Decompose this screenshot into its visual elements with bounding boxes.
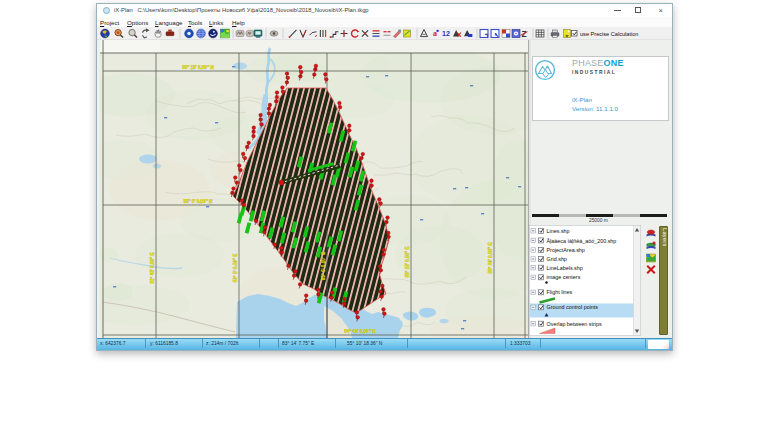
svg-text:83° 0' 0.00" E: 83° 0' 0.00" E	[321, 252, 326, 281]
svg-text:82° 45' 0.00" E: 82° 45' 0.00" E	[150, 252, 155, 283]
svg-text:12: 12	[442, 30, 450, 37]
svg-text:Āļaāeca īāļňēá_aōό_200.shp: Āļaāeca īāļňēá_aōό_200.shp	[547, 238, 617, 244]
svg-text:Flight lines: Flight lines	[547, 289, 573, 295]
svg-text:Overlap between strips: Overlap between strips	[547, 321, 602, 327]
svg-text:83° 15' 0.00" E: 83° 15' 0.00" E	[405, 246, 410, 277]
svg-text:image centers: image centers	[547, 274, 581, 280]
svg-text:use Precise Calculation: use Precise Calculation	[580, 31, 638, 37]
svg-text:83° 0' 0.00" E: 83° 0' 0.00" E	[233, 254, 238, 283]
svg-text:a: a	[433, 29, 437, 38]
svg-text:54° 45' 0.00" N: 54° 45' 0.00" N	[344, 329, 376, 334]
svg-text:55° 15' 0.00" N: 55° 15' 0.00" N	[182, 65, 214, 70]
svg-text:ProjectArea.shp: ProjectArea.shp	[547, 247, 585, 253]
svg-text:83° 30' 0.00" E: 83° 30' 0.00" E	[488, 242, 493, 273]
svg-text:Ground control points: Ground control points	[547, 304, 599, 310]
svg-text:55° 0' 0.00" N: 55° 0' 0.00" N	[184, 199, 214, 204]
svg-text:Grid.shp: Grid.shp	[547, 256, 567, 262]
svg-text:LineLabels.shp: LineLabels.shp	[547, 265, 583, 271]
svg-text:Lines.shp: Lines.shp	[547, 228, 570, 234]
